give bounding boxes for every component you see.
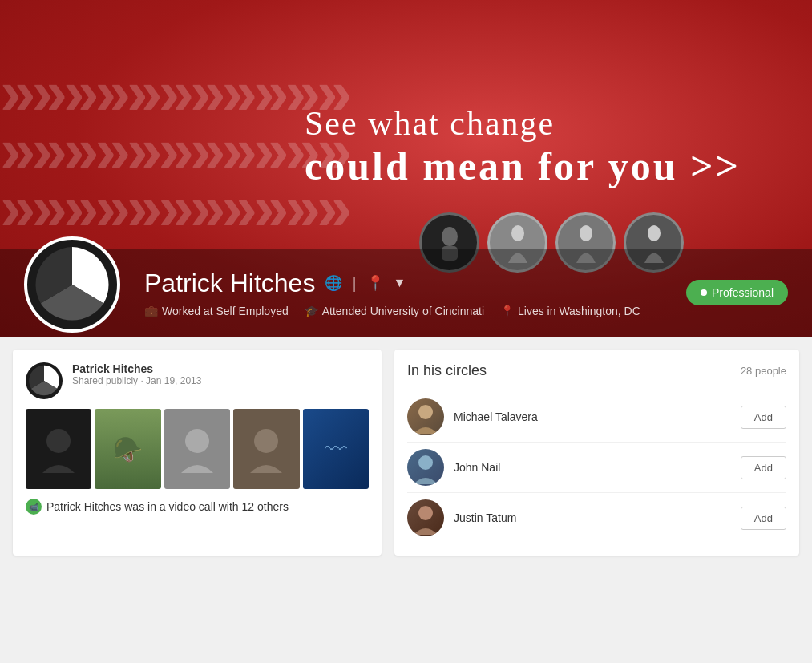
main-content: Patrick Hitches Shared publicly · Jan 19… bbox=[0, 337, 812, 568]
person-avatar-0[interactable] bbox=[407, 398, 444, 435]
post-header: Patrick Hitches Shared publicly · Jan 19… bbox=[26, 362, 369, 399]
svg-point-9 bbox=[254, 429, 278, 453]
work-meta: 💼 Worked at Self Employed bbox=[144, 305, 289, 317]
work-label: Worked at Self Employed bbox=[162, 305, 289, 317]
person-name-2: Justin Tatum bbox=[454, 511, 741, 524]
post-card: Patrick Hitches Shared publicly · Jan 19… bbox=[13, 350, 382, 556]
graduation-icon: 🎓 bbox=[305, 305, 318, 317]
svg-point-7 bbox=[46, 429, 71, 453]
post-image-3[interactable] bbox=[164, 409, 230, 489]
post-author-name[interactable]: Patrick Hitches bbox=[72, 362, 369, 375]
post-body: 📹 Patrick Hitches was in a video call wi… bbox=[26, 499, 369, 515]
circle-person-2: Justin Tatum Add bbox=[407, 493, 786, 543]
svg-point-4 bbox=[648, 225, 661, 241]
post-date: Jan 19, 2013 bbox=[146, 375, 201, 386]
profile-name: Patrick Hitches bbox=[144, 269, 315, 298]
education-label: Attended University of Cincinnati bbox=[322, 305, 484, 317]
location-label: Lives in Washington, DC bbox=[518, 305, 640, 317]
location-meta: 📍 Lives in Washington, DC bbox=[500, 305, 640, 317]
briefcase-icon: 💼 bbox=[144, 305, 158, 317]
post-image-2[interactable]: 🪖 bbox=[95, 409, 160, 489]
circle-person-0: Michael Talavera Add bbox=[407, 392, 786, 443]
circles-header: In his circles 28 people bbox=[407, 362, 786, 379]
svg-point-12 bbox=[418, 506, 433, 520]
svg-point-2 bbox=[511, 225, 524, 241]
person-name-0: Michael Talavera bbox=[454, 410, 741, 423]
profile-avatar-large[interactable] bbox=[24, 236, 120, 333]
person-avatar-1[interactable] bbox=[407, 449, 444, 486]
person-name-1: John Nail bbox=[454, 461, 741, 474]
divider: | bbox=[352, 274, 356, 293]
education-meta: 🎓 Attended University of Cincinnati bbox=[305, 305, 484, 317]
post-image-4[interactable] bbox=[233, 409, 299, 489]
map-pin-icon: 📍 bbox=[500, 305, 514, 317]
hangout-icon: 📹 bbox=[26, 499, 42, 515]
svg-point-3 bbox=[580, 225, 592, 241]
professional-label: Professional bbox=[712, 286, 774, 299]
profile-info: Patrick Hitches 🌐 | 📍 ▼ 💼 Worked at Self… bbox=[144, 269, 686, 317]
cover-section: »»»»»»»»»»» »»»»»»»»»»» »»»»»»»»»»» See … bbox=[0, 0, 812, 337]
post-meta: Patrick Hitches Shared publicly · Jan 19… bbox=[72, 362, 369, 386]
dropdown-arrow-icon[interactable]: ▼ bbox=[394, 276, 406, 290]
post-image-5[interactable]: 〰 bbox=[303, 409, 369, 489]
svg-point-11 bbox=[418, 455, 433, 470]
professional-button[interactable]: Professional bbox=[686, 280, 788, 305]
profile-meta: 💼 Worked at Self Employed 🎓 Attended Uni… bbox=[144, 305, 686, 317]
add-person-0-button[interactable]: Add bbox=[741, 406, 786, 429]
professional-dot-icon bbox=[701, 289, 707, 296]
svg-point-0 bbox=[442, 227, 458, 246]
person-avatar-2[interactable] bbox=[407, 499, 444, 536]
post-image-1[interactable] bbox=[26, 409, 91, 489]
add-person-1-button[interactable]: Add bbox=[741, 456, 786, 479]
circles-card: In his circles 28 people Michael Talaver… bbox=[394, 350, 799, 556]
post-author-avatar[interactable] bbox=[26, 362, 63, 399]
share-icon[interactable]: 🌐 bbox=[325, 274, 342, 292]
post-text-content: Patrick Hitches was in a video call with… bbox=[46, 500, 289, 513]
location-pin-icon[interactable]: 📍 bbox=[366, 274, 384, 292]
circles-title: In his circles bbox=[407, 362, 487, 379]
circles-count: 28 people bbox=[741, 365, 786, 377]
profile-name-row: Patrick Hitches 🌐 | 📍 ▼ bbox=[144, 269, 686, 298]
profile-bar: Patrick Hitches 🌐 | 📍 ▼ 💼 Worked at Self… bbox=[0, 249, 812, 337]
post-images-grid[interactable]: 🪖 〰 bbox=[26, 409, 369, 489]
circle-person-1: John Nail Add bbox=[407, 443, 786, 493]
svg-point-10 bbox=[418, 405, 433, 419]
post-visibility-date: Shared publicly · Jan 19, 2013 bbox=[72, 375, 369, 386]
add-person-2-button[interactable]: Add bbox=[741, 507, 786, 530]
svg-point-8 bbox=[185, 429, 209, 453]
post-visibility: Shared publicly bbox=[72, 375, 138, 386]
